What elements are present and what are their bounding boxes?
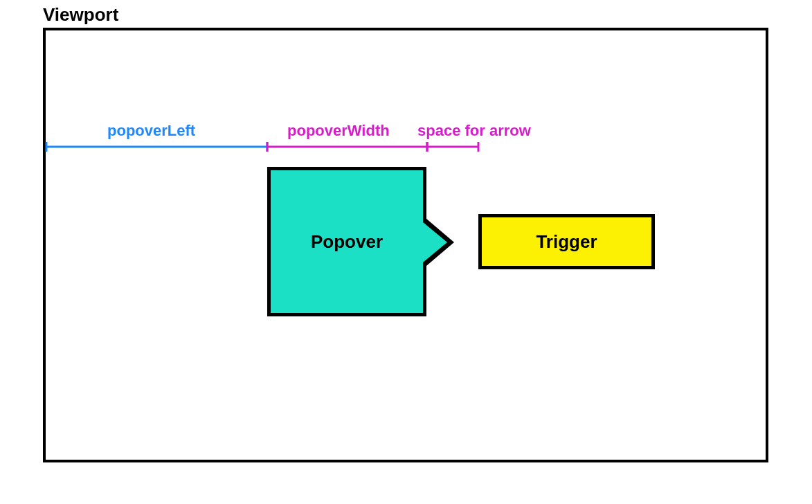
popover-box: Popover <box>267 167 426 316</box>
label-popover-width: popoverWidth <box>287 122 390 140</box>
label-space-for-arrow: space for arrow <box>417 122 531 140</box>
label-popover-left: popoverLeft <box>107 122 195 140</box>
popover-arrow-inner <box>423 222 447 262</box>
trigger-box: Trigger <box>478 214 655 269</box>
viewport-title: Viewport <box>43 4 118 26</box>
trigger-label: Trigger <box>536 231 597 253</box>
popover-label: Popover <box>311 231 383 253</box>
